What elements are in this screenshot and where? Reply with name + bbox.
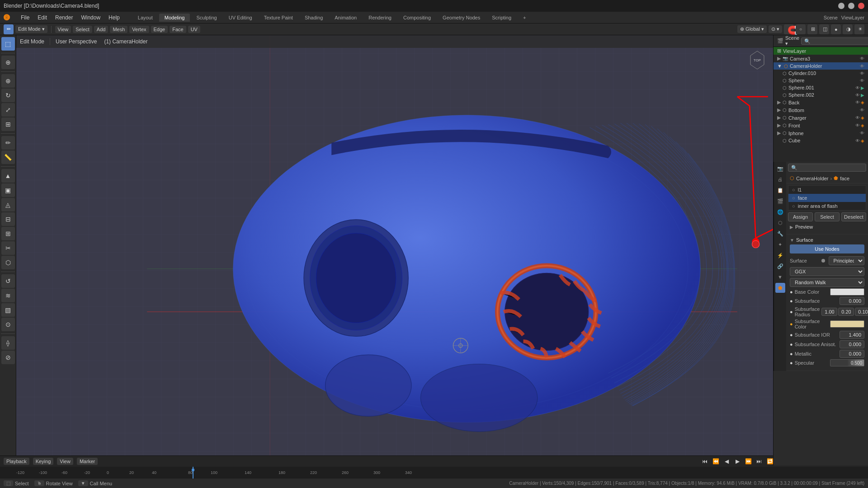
- material-props-btn[interactable]: ⬟: [775, 283, 785, 293]
- constraints-props-btn[interactable]: 🔗: [775, 261, 785, 271]
- data-props-btn[interactable]: ▼: [775, 272, 785, 282]
- inset-btn[interactable]: ▣: [1, 183, 15, 197]
- keying-dropdown[interactable]: Keying: [33, 458, 54, 465]
- offset-btn[interactable]: ⊞: [1, 227, 15, 240]
- measure-btn[interactable]: 📏: [1, 150, 15, 164]
- tab-animation[interactable]: Animation: [329, 14, 362, 22]
- loop-cut-btn[interactable]: ⊟: [1, 212, 15, 226]
- spin-btn[interactable]: ↺: [1, 274, 15, 288]
- mesh-menu[interactable]: Mesh: [110, 26, 127, 33]
- subsurface-method-select[interactable]: Random Walk: [790, 278, 864, 287]
- proportional-btn[interactable]: ○: [796, 24, 806, 34]
- tab-sculpting[interactable]: Sculpting: [191, 14, 222, 22]
- snap-btn[interactable]: 🧲: [784, 24, 794, 34]
- particles-props-btn[interactable]: ✦: [775, 239, 785, 249]
- menu-file[interactable]: File: [17, 14, 33, 22]
- mat-slot-inner-flash[interactable]: ○ inner area of flash: [788, 202, 866, 210]
- view-dropdown[interactable]: View: [57, 458, 73, 465]
- edit-mode-btn[interactable]: ✏: [4, 24, 14, 34]
- tab-compositing[interactable]: Compositing: [398, 14, 436, 22]
- tab-shading[interactable]: Shading: [299, 14, 328, 22]
- subsurface-r3[interactable]: [855, 308, 868, 316]
- xray-btn[interactable]: ◫: [819, 24, 829, 34]
- scene-item-sphere001[interactable]: ⬡ Sphere.001 👁 ▶: [774, 84, 868, 91]
- mat-slot-l1[interactable]: ○ l1: [788, 186, 866, 194]
- marker-dropdown[interactable]: Marker: [77, 458, 98, 465]
- select-menu[interactable]: Select: [73, 26, 92, 33]
- subsurface-ior-input[interactable]: [840, 331, 864, 339]
- tab-layout[interactable]: Layout: [132, 14, 158, 22]
- scene-item-sphere002[interactable]: ⬡ Sphere.002 👁 ▶: [774, 91, 868, 99]
- scene-item-cylinder010[interactable]: ⬡ Cylinder.010 👁: [774, 70, 868, 77]
- subsurface-anisot-input[interactable]: [840, 340, 864, 348]
- poly-build-btn[interactable]: ⬡: [1, 256, 15, 269]
- material-shading-btn[interactable]: ◑: [843, 24, 853, 34]
- object-props-btn[interactable]: ⬡: [775, 218, 785, 228]
- select-btn[interactable]: Select: [815, 212, 840, 221]
- annotate-btn[interactable]: ✏: [1, 136, 15, 150]
- subsurface-r1[interactable]: [821, 308, 837, 316]
- view-layer-props-btn[interactable]: 📋: [775, 185, 785, 195]
- playback-dropdown[interactable]: Playback: [4, 458, 29, 465]
- scale-btn[interactable]: ⤢: [1, 103, 15, 117]
- scene-item-bottom[interactable]: ▶ ⬡ Bottom 👁: [774, 106, 868, 114]
- pivot-dropdown[interactable]: ⊙ ▾: [769, 25, 782, 33]
- minimize-btn[interactable]: [838, 3, 844, 9]
- distribution-select[interactable]: GGX: [790, 267, 864, 276]
- timeline-ruler[interactable]: -120 -100 -60 -20 0 20 40 80 100 140 180…: [0, 467, 868, 479]
- knife-btn[interactable]: ✂: [1, 241, 15, 255]
- play-btn[interactable]: ▶: [733, 457, 742, 466]
- scene-item-camera3[interactable]: ▶ 📷 Camera3 👁: [774, 55, 868, 62]
- physics-props-btn[interactable]: ⚡: [775, 250, 785, 260]
- tab-modeling[interactable]: Modeling: [159, 14, 190, 22]
- maximize-btn[interactable]: [848, 3, 854, 9]
- vertex-menu[interactable]: Vertex: [129, 26, 149, 33]
- add-menu[interactable]: Add: [94, 26, 108, 33]
- use-nodes-btn[interactable]: Use Nodes: [790, 244, 864, 253]
- render-props-btn[interactable]: 📷: [775, 164, 785, 174]
- rendered-shading-btn[interactable]: ☀: [854, 24, 864, 34]
- shear-btn[interactable]: ▧: [1, 303, 15, 317]
- surface-select[interactable]: Principled BSDF: [829, 256, 865, 265]
- scene-item-cube[interactable]: ⬡ Cube 👁 ◈: [774, 137, 868, 144]
- subsurface-color-swatch[interactable]: [830, 320, 864, 328]
- specular-slider[interactable]: 0.500: [830, 359, 864, 366]
- edge-menu[interactable]: Edge: [151, 26, 168, 33]
- scene-item-back[interactable]: ▶ ⬡ Back 👁 ◈: [774, 99, 868, 106]
- scene-item-cameraholder[interactable]: ▼ ⬡ CameraHolder 👁: [774, 62, 868, 70]
- transform-dropdown[interactable]: ⊕ Global ▾: [737, 25, 767, 33]
- preview-section[interactable]: ▶ Preview: [786, 221, 868, 235]
- transform-btn[interactable]: ⊞: [1, 117, 15, 131]
- extrude-btn[interactable]: ▲: [1, 169, 15, 183]
- scene-item-charger[interactable]: ▶ ⬡ Charger 👁 ◈: [774, 114, 868, 122]
- shrink-fatten-btn[interactable]: ⊙: [1, 318, 15, 331]
- scene-item-iphone[interactable]: ▶ ⬡ Iphone 👁: [774, 129, 868, 137]
- menu-render[interactable]: Render: [52, 14, 76, 22]
- menu-edit[interactable]: Edit: [34, 14, 51, 22]
- mat-slot-face[interactable]: ○ face: [788, 194, 866, 202]
- step-forward-btn[interactable]: ⏩: [744, 457, 753, 466]
- view-menu[interactable]: View: [55, 26, 71, 33]
- jump-start-btn[interactable]: ⏮: [700, 457, 709, 466]
- surface-section-header[interactable]: ▼ Surface: [790, 237, 864, 243]
- output-props-btn[interactable]: 🖨: [775, 174, 785, 184]
- step-back-btn[interactable]: ⏪: [711, 457, 720, 466]
- scene-dropdown[interactable]: Scene ▾: [785, 35, 799, 47]
- move-btn[interactable]: ⊕: [1, 74, 15, 88]
- props-search-input[interactable]: [788, 164, 866, 172]
- rotate-btn[interactable]: ↻: [1, 89, 15, 102]
- subsurface-r2[interactable]: [838, 308, 854, 316]
- modifier-props-btn[interactable]: 🔧: [775, 229, 785, 239]
- view-cube[interactable]: TOP: [746, 49, 769, 71]
- base-color-swatch[interactable]: [830, 288, 864, 296]
- rip-btn[interactable]: ⊘: [1, 351, 15, 364]
- cursor-btn[interactable]: ⊕: [1, 56, 15, 69]
- smooth-btn[interactable]: ≋: [1, 289, 15, 302]
- tab-geometry-nodes[interactable]: Geometry Nodes: [437, 14, 486, 22]
- outliner-search[interactable]: [801, 38, 868, 45]
- tab-rendering[interactable]: Rendering: [363, 14, 397, 22]
- scene-item-sphere[interactable]: ⬡ Sphere 👁: [774, 77, 868, 84]
- subsurface-input[interactable]: [840, 297, 864, 305]
- world-props-btn[interactable]: 🌐: [775, 207, 785, 217]
- close-btn[interactable]: [858, 3, 864, 9]
